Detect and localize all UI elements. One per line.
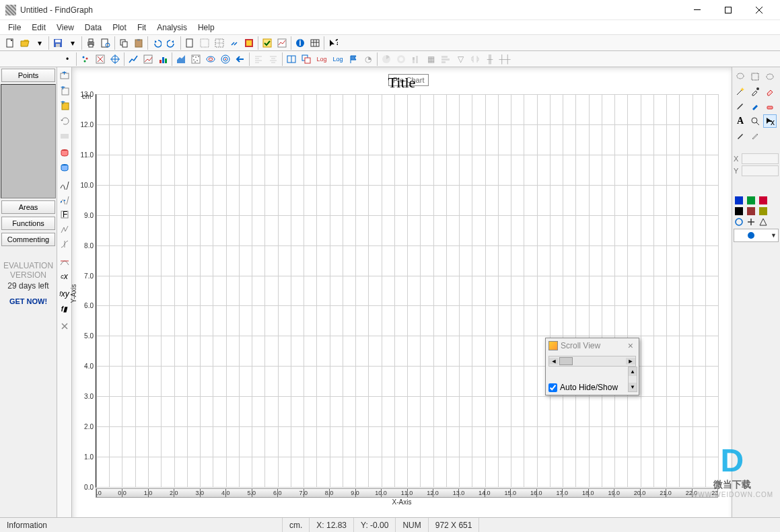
brush-icon[interactable] [748, 100, 762, 113]
color-swatch[interactable] [735, 207, 743, 215]
clear-icon[interactable] [748, 129, 762, 143]
close-button[interactable] [744, 0, 775, 20]
db-import-icon[interactable] [58, 146, 71, 159]
target-icon[interactable] [218, 52, 233, 67]
arrow-left-icon[interactable] [233, 52, 248, 67]
color-swatch[interactable] [759, 207, 767, 215]
menu-data[interactable]: Data [79, 22, 107, 34]
window-split-icon[interactable] [284, 52, 299, 67]
line-chart-icon[interactable] [126, 52, 141, 67]
bar-chart-icon[interactable] [155, 52, 170, 67]
copy-icon[interactable] [116, 36, 131, 50]
scroll-view-close-button[interactable]: × [625, 340, 636, 351]
line-x-chart-icon[interactable] [141, 52, 155, 67]
scroll-view-hscroll[interactable]: ◄ ► [548, 356, 636, 367]
scatter-x-icon[interactable] [93, 52, 108, 67]
save-dropdown-icon[interactable]: ▾ [65, 36, 80, 50]
color-swatch[interactable] [747, 207, 755, 215]
log-y-icon[interactable]: Log [330, 52, 346, 67]
wand-icon[interactable] [734, 85, 747, 98]
scroll-left-icon[interactable]: ◄ [549, 358, 559, 365]
x-coord-input[interactable] [742, 153, 779, 164]
area-chart-icon[interactable] [174, 52, 188, 67]
derivative-icon[interactable] [58, 223, 71, 236]
f-edit-icon[interactable]: f▮ [58, 302, 71, 315]
grid-dashed-icon[interactable] [212, 36, 227, 50]
add-row-icon[interactable]: + [58, 69, 71, 83]
menu-analysis[interactable]: Analysis [151, 22, 192, 34]
shape-plus-icon[interactable] [747, 218, 755, 226]
menu-view[interactable]: View [51, 22, 79, 34]
add-chart-icon[interactable]: + [58, 99, 71, 112]
curve-points-icon[interactable] [58, 193, 71, 206]
scatter-cluster-icon[interactable] [78, 52, 93, 67]
shape-triangle-icon[interactable] [759, 218, 767, 226]
pencil-icon[interactable] [734, 100, 747, 113]
lasso-icon[interactable] [734, 70, 747, 83]
sidebar-functions-button[interactable]: Functions [1, 217, 55, 230]
minimize-button[interactable] [682, 0, 713, 20]
menu-help[interactable]: Help [192, 22, 220, 34]
sidebar-areas-button[interactable]: Areas [1, 200, 55, 214]
menu-plot[interactable]: Plot [107, 22, 132, 34]
color-swatch[interactable] [735, 196, 743, 204]
shape-dropdown[interactable]: ▼ [734, 229, 779, 242]
window-cascade-icon[interactable] [299, 52, 314, 67]
eraser-icon[interactable] [763, 85, 777, 98]
pen-icon[interactable] [734, 129, 747, 143]
info-icon[interactable]: i [293, 36, 308, 50]
plot-region[interactable]: 13.012.011.010.09.08.07.06.05.04.03.02.0… [96, 94, 718, 488]
eyedropper-icon[interactable] [748, 85, 762, 98]
contour-icon[interactable] [203, 52, 218, 67]
text-icon[interactable]: A [734, 114, 747, 128]
scroll-down-icon[interactable]: ▼ [629, 383, 637, 391]
flag-icon[interactable] [346, 52, 361, 67]
integral-icon[interactable] [58, 237, 71, 251]
ellipse-select-icon[interactable] [763, 70, 777, 83]
paste-icon[interactable] [131, 36, 146, 50]
page-layout-icon[interactable] [197, 36, 212, 50]
open-dropdown-icon[interactable]: ▾ [32, 36, 47, 50]
scroll-view-vscroll[interactable]: ▲ ▼ [628, 367, 637, 392]
chart-area[interactable]: Pie-Chart Title cm Y-Axis X-Axis 13.012.… [72, 67, 732, 531]
redo-icon[interactable] [164, 36, 179, 50]
shape-circle-icon[interactable] [735, 218, 743, 226]
print-icon[interactable] [83, 36, 98, 50]
scroll-right-icon[interactable]: ► [626, 358, 635, 365]
scroll-up-icon[interactable]: ▲ [629, 367, 637, 376]
link-icon[interactable] [227, 36, 242, 50]
get-now-link[interactable]: GET NOW! [0, 297, 57, 305]
chart-title[interactable]: Title [388, 74, 416, 91]
new-page-icon[interactable] [182, 36, 197, 50]
maximize-button[interactable] [713, 0, 744, 20]
new-icon[interactable] [3, 36, 17, 50]
auto-hide-checkbox[interactable] [548, 383, 557, 392]
help-pointer-icon[interactable]: ? [326, 36, 341, 50]
scatter-dense-icon[interactable] [188, 52, 203, 67]
undo-icon[interactable] [149, 36, 164, 50]
fxy-icon[interactable]: fxy [58, 287, 71, 301]
rect-select-icon[interactable] [748, 70, 762, 83]
menu-file[interactable]: File [3, 22, 26, 34]
open-icon[interactable] [17, 36, 32, 50]
chart-preview-icon[interactable] [275, 36, 289, 50]
color-swatch[interactable] [759, 196, 767, 204]
save-icon[interactable] [50, 36, 65, 50]
print-preview-icon[interactable] [98, 36, 113, 50]
menu-edit[interactable]: Edit [26, 22, 51, 34]
tangent-icon[interactable] [58, 255, 71, 268]
curve-fit-icon[interactable]: cx [58, 270, 71, 283]
erase-icon[interactable] [763, 100, 777, 113]
check-toggle-icon[interactable] [260, 36, 275, 50]
restore-icon[interactable] [58, 114, 71, 127]
table-icon[interactable] [308, 36, 322, 50]
scroll-view-panel[interactable]: Scroll View × ◄ ► Auto Hide/Show ▲ ▼ [545, 338, 639, 395]
log-x-icon[interactable]: Log [314, 52, 330, 67]
crossed-tools-icon[interactable] [58, 319, 71, 333]
y-coord-input[interactable] [742, 165, 779, 176]
db-export-icon[interactable] [58, 161, 71, 174]
formula-icon[interactable]: F [58, 208, 71, 221]
pointer-xy-icon[interactable]: xy [763, 114, 777, 128]
sidebar-points-button[interactable]: Points [1, 69, 55, 82]
zoom-icon[interactable] [748, 114, 762, 128]
